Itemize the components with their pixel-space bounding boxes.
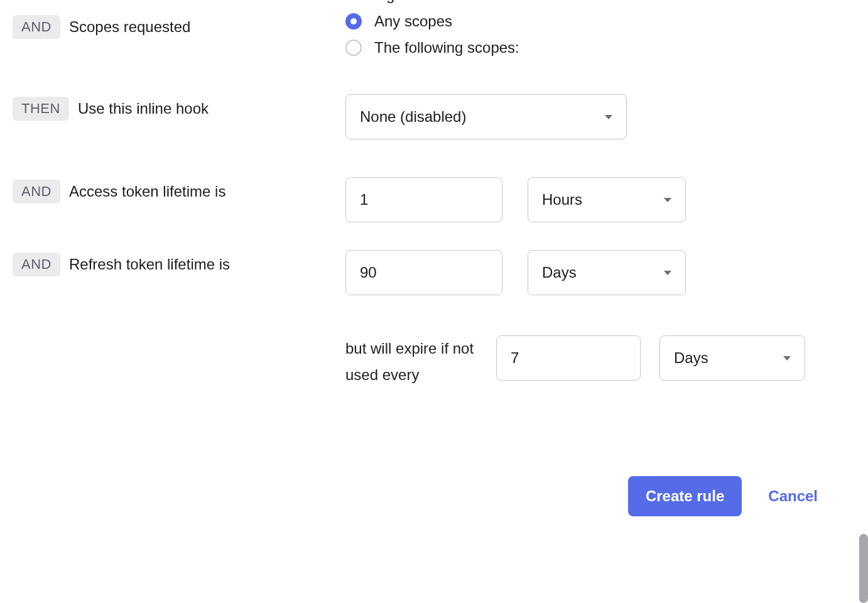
cancel-button[interactable]: Cancel (768, 487, 818, 505)
chevron-down-icon (664, 198, 671, 202)
select-access-token-unit-value: Hours (542, 191, 582, 209)
select-expire-unit[interactable]: Days (659, 335, 805, 381)
select-refresh-token-unit[interactable]: Days (528, 250, 686, 295)
row-scopes-requested: AND Scopes requested Any scopes The foll… (13, 13, 855, 57)
select-refresh-token-unit-value: Days (542, 264, 577, 281)
rule-editor-panel: following: AND Scopes requested Any scop… (0, 0, 868, 603)
row-access-token-lifetime: AND Access token lifetime is Hours (13, 177, 855, 222)
row-refresh-token-lifetime: AND Refresh token lifetime is Days but w… (13, 250, 855, 388)
condition-tag-and: AND (13, 253, 60, 276)
chevron-down-icon (664, 271, 671, 275)
select-access-token-unit[interactable]: Hours (528, 177, 686, 222)
chevron-down-icon (783, 356, 791, 361)
select-expire-unit-value: Days (674, 349, 708, 367)
row-expire-if-not-used: but will expire if not used every Days (345, 335, 855, 388)
radio-any-scopes-input[interactable] (345, 13, 362, 30)
input-expire-value[interactable] (496, 335, 641, 381)
input-refresh-token-value[interactable] (345, 250, 502, 295)
create-rule-button[interactable]: Create rule (628, 476, 742, 516)
label-inline-hook: Use this inline hook (78, 97, 209, 121)
truncated-text-above: following: (336, 0, 399, 4)
select-inline-hook-value: None (disabled) (360, 108, 466, 126)
condition-tag-then: THEN (13, 97, 69, 121)
radio-any-scopes-label: Any scopes (374, 13, 452, 30)
footer-actions: Create rule Cancel (13, 476, 855, 516)
row-inline-hook: THEN Use this inline hook None (disabled… (13, 94, 855, 139)
radio-option-any-scopes[interactable]: Any scopes (345, 13, 855, 30)
radio-option-following-scopes[interactable]: The following scopes: (345, 39, 855, 57)
label-expire-if-not-used: but will expire if not used every (345, 335, 477, 388)
label-access-token-lifetime: Access token lifetime is (69, 180, 225, 204)
input-access-token-value[interactable] (345, 177, 502, 222)
label-scopes-requested: Scopes requested (69, 15, 190, 39)
select-inline-hook[interactable]: None (disabled) (345, 94, 627, 139)
condition-tag-and: AND (13, 180, 60, 204)
label-refresh-token-lifetime: Refresh token lifetime is (69, 253, 230, 276)
chevron-down-icon (605, 115, 612, 119)
radio-following-scopes-label: The following scopes: (374, 39, 519, 57)
condition-tag-and: AND (13, 15, 60, 39)
scrollbar-thumb[interactable] (859, 534, 868, 603)
radio-following-scopes-input[interactable] (345, 40, 362, 56)
